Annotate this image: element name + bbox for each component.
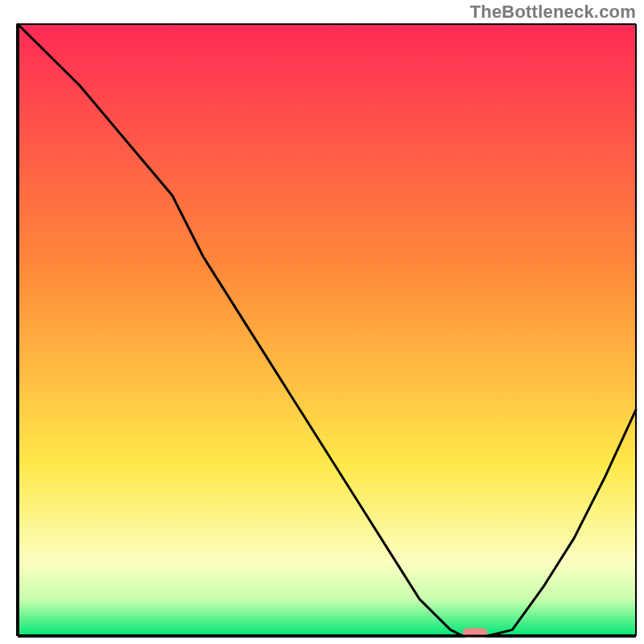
chart-svg xyxy=(0,0,644,644)
watermark-text: TheBottleneck.com xyxy=(470,2,636,23)
bottleneck-chart: TheBottleneck.com xyxy=(0,0,644,644)
plot-background xyxy=(18,24,636,636)
